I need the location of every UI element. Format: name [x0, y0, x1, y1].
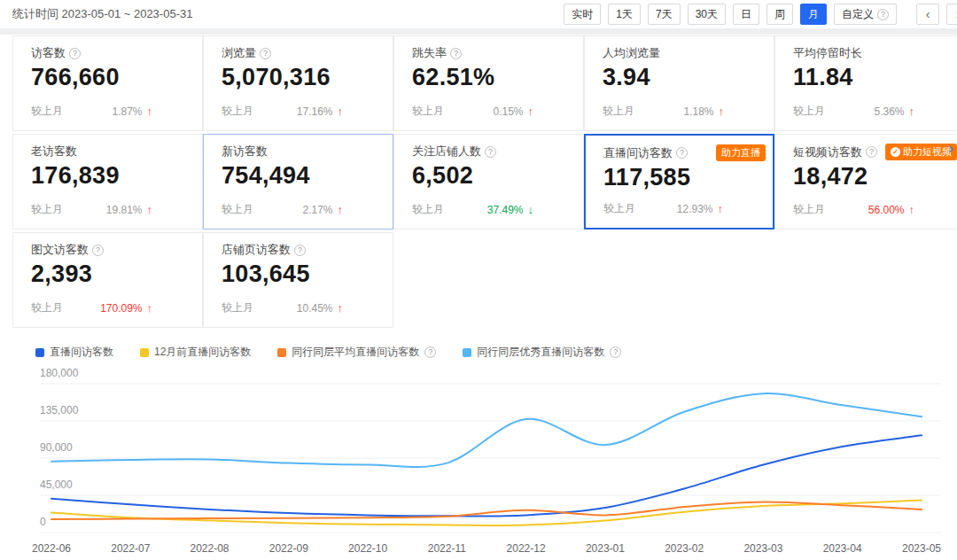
- trend-up-icon: ↑: [909, 203, 915, 216]
- metric-title: 人均浏览量: [603, 45, 660, 61]
- legend-item-live-room-visitors[interactable]: 直播间访客数: [35, 345, 113, 360]
- trend-up-icon: ↑: [338, 203, 344, 216]
- compare-label: 较上月: [222, 104, 253, 119]
- legend-swatch: [35, 348, 44, 357]
- boost-live-badge[interactable]: 助力直播: [716, 144, 766, 161]
- compare-percent: 37.49%: [487, 204, 524, 216]
- svg-text:180,000: 180,000: [40, 367, 79, 379]
- help-icon[interactable]: ?: [866, 146, 877, 158]
- metric-title: 浏览量: [222, 45, 256, 61]
- legend-label: 直播间访客数: [50, 345, 113, 360]
- metric-value: 6,502: [412, 162, 583, 190]
- trend-up-icon: ↑: [147, 203, 153, 216]
- metric-value: 176,839: [31, 162, 202, 190]
- metric-card-returning-visitors[interactable]: 老访客数 176,839 较上月 19.81%↑: [12, 134, 203, 229]
- help-icon[interactable]: ?: [260, 48, 271, 59]
- cards-more-chevron-icon[interactable]: ›: [948, 140, 953, 156]
- filter-week-button[interactable]: 周: [766, 4, 793, 25]
- compare-percent: 170.09%: [100, 302, 142, 315]
- filter-7day-button[interactable]: 7天: [648, 4, 681, 25]
- metric-card-live-room-visitors[interactable]: 直播间访客数 ? 助力直播 117,585 较上月 12.93%↑: [584, 134, 774, 229]
- filter-day-button[interactable]: 日: [733, 4, 759, 25]
- metric-card-image-text-visitors[interactable]: 图文访客数 ? 2,393 较上月 170.09%↑: [12, 232, 203, 328]
- metric-cards-grid: 访客数 ? 766,660 较上月 1.87%↑ 浏览量 ? 5,070,316…: [12, 35, 957, 328]
- filter-30day-button[interactable]: 30天: [688, 4, 726, 25]
- metric-value: 103,645: [222, 261, 393, 288]
- metric-value: 2,393: [31, 261, 202, 288]
- trend-up-icon: ↑: [719, 105, 725, 118]
- filter-realtime-button[interactable]: 实时: [564, 4, 601, 25]
- legend-swatch: [277, 348, 286, 357]
- compare-label: 较上月: [603, 104, 634, 119]
- help-icon[interactable]: ?: [485, 146, 496, 158]
- trend-up-icon: ↑: [718, 202, 724, 215]
- metric-card-short-video-visitors[interactable]: 短视频访客数 ? ✓ 助力短视频 18,472 较上月 56.00%↑: [774, 134, 957, 229]
- trend-chart-area: 045,00090,000135,000180,0002022-062022-0…: [0, 361, 957, 560]
- compare-percent: 5.36%: [874, 105, 904, 118]
- legend-item-peer-average[interactable]: 同行同层平均直播间访客数 ?: [277, 345, 436, 360]
- metric-card-bounce-rate[interactable]: 跳失率 ? 62.51% 较上月 0.15%↑: [393, 35, 584, 131]
- svg-text:2023-05: 2023-05: [902, 542, 941, 555]
- help-icon[interactable]: ?: [610, 346, 621, 358]
- metric-value: 62.51%: [412, 64, 583, 91]
- help-icon[interactable]: ?: [424, 346, 436, 358]
- metric-card-shop-page-visitors[interactable]: 店铺页访客数 ? 103,645 较上月 10.45%↑: [203, 232, 393, 328]
- metric-title: 图文访客数: [31, 242, 89, 258]
- metric-card-shop-followers[interactable]: 关注店铺人数 ? 6,502 较上月 37.49%↓: [393, 134, 584, 229]
- filter-1day-button[interactable]: 1天: [608, 4, 641, 25]
- compare-label: 较上月: [412, 104, 444, 119]
- metric-card-pageviews[interactable]: 浏览量 ? 5,070,316 较上月 17.16%↑: [203, 35, 393, 131]
- svg-text:2023-04: 2023-04: [823, 542, 862, 555]
- metric-card-avg-pageviews[interactable]: 人均浏览量 3.94 较上月 1.18%↑: [584, 35, 774, 131]
- boost-short-video-label: 助力短视频: [903, 147, 952, 157]
- svg-text:2022-10: 2022-10: [348, 542, 387, 555]
- compare-label: 较上月: [31, 202, 63, 217]
- section-divider: [0, 28, 957, 35]
- metric-card-new-visitors[interactable]: 新访客数 754,494 较上月 2.17%↑: [203, 134, 393, 229]
- svg-text:90,000: 90,000: [40, 441, 73, 454]
- boost-short-video-badge[interactable]: ✓ 助力短视频: [885, 144, 957, 160]
- trend-line-chart: 045,00090,000135,000180,0002022-062022-0…: [0, 361, 957, 560]
- compare-percent: 19.81%: [106, 204, 143, 216]
- metric-card-avg-stay-duration[interactable]: 平均停留时长 11.84 较上月 5.36%↑: [774, 35, 957, 131]
- chart-legend: 直播间访客数 12月前直播间访客数 同行同层平均直播间访客数 ? 同行同层优秀直…: [35, 346, 957, 359]
- next-period-button[interactable]: ›: [946, 4, 957, 25]
- svg-text:0: 0: [40, 516, 46, 528]
- help-icon[interactable]: ?: [676, 147, 688, 159]
- legend-item-peer-excellent[interactable]: 同行同层优秀直播间访客数 ?: [463, 345, 621, 360]
- metric-title: 新访客数: [222, 144, 268, 159]
- compare-label: 较上月: [31, 300, 63, 315]
- time-filter-group: 实时 1天 7天 30天 日 周 月 自定义 ? ‹ ›: [564, 4, 957, 25]
- trend-up-icon: ↑: [147, 301, 153, 315]
- help-icon[interactable]: ?: [69, 48, 81, 59]
- metric-card-visitors[interactable]: 访客数 ? 766,660 较上月 1.87%↑: [12, 35, 203, 131]
- legend-label: 同行同层优秀直播间访客数: [477, 345, 604, 360]
- compare-percent: 17.16%: [297, 105, 333, 118]
- filter-month-button[interactable]: 月: [800, 4, 827, 25]
- svg-text:2022-08: 2022-08: [190, 542, 229, 555]
- compare-label: 较上月: [31, 104, 63, 119]
- metric-title: 直播间访客数: [603, 145, 673, 161]
- svg-text:2022-11: 2022-11: [428, 542, 466, 555]
- help-icon[interactable]: ?: [294, 245, 306, 256]
- filter-custom-label: 自定义: [842, 7, 874, 22]
- compare-label: 较上月: [222, 202, 253, 217]
- metric-title: 短视频访客数: [793, 144, 862, 160]
- metric-title: 老访客数: [31, 144, 77, 159]
- legend-swatch: [463, 348, 471, 357]
- metric-title: 平均停留时长: [793, 45, 862, 61]
- help-icon[interactable]: ?: [92, 245, 104, 256]
- metric-value: 117,585: [603, 164, 773, 191]
- trend-up-icon: ↑: [147, 105, 153, 118]
- prev-period-button[interactable]: ‹: [916, 4, 939, 25]
- legend-item-12mo-ago-live-room-visitors[interactable]: 12月前直播间访客数: [140, 345, 251, 360]
- svg-text:2022-07: 2022-07: [111, 542, 150, 555]
- trend-up-icon: ↑: [528, 105, 534, 118]
- metric-title: 跳失率: [412, 45, 447, 61]
- help-icon[interactable]: ?: [450, 48, 462, 59]
- compare-label: 较上月: [793, 202, 825, 217]
- filter-custom-button[interactable]: 自定义 ?: [834, 4, 897, 25]
- trend-up-icon: ↑: [909, 105, 915, 118]
- stats-time-range: 统计时间 2023-05-01 ~ 2023-05-31: [12, 6, 192, 22]
- compare-percent: 2.17%: [302, 204, 332, 216]
